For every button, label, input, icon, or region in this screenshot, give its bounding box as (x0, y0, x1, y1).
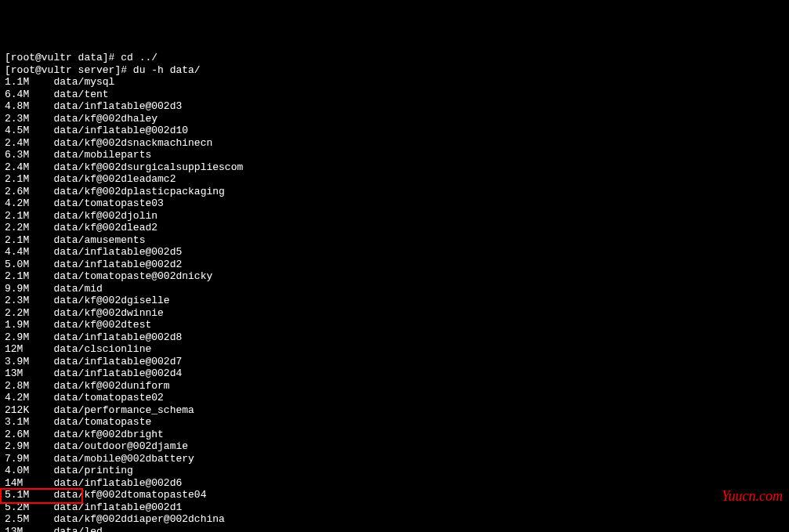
du-output-line: 2.1M data/tomatopaste@002dnicky (5, 270, 784, 283)
du-output-line: 2.2M data/kf@002dwinnie (5, 307, 784, 320)
watermark-text: Yuucn.com (722, 490, 783, 503)
du-output-line: 2.9M data/outdoor@002djamie (5, 440, 784, 453)
du-output-line: 2.9M data/inflatable@002d8 (5, 331, 784, 344)
du-output-line: 2.3M data/kf@002dgiselle (5, 295, 784, 307)
du-output-line: 2.2M data/kf@002dlead2 (5, 222, 784, 234)
du-output-line: 12M data/clscionline (5, 343, 784, 356)
du-output-line: 2.3M data/kf@002dhaley (5, 113, 784, 125)
du-output-line: 2.8M data/kf@002duniform (5, 380, 784, 393)
du-output-line: 4.2M data/tomatopaste02 (5, 392, 784, 404)
du-output-line: 3.9M data/inflatable@002d7 (5, 356, 784, 368)
du-output-line: 2.1M data/amusements (5, 234, 784, 247)
du-output-line: 7.9M data/mobile@002dbattery (5, 453, 784, 465)
du-output-line: 5.1M data/kf@002dtomatopaste04 (5, 489, 784, 501)
du-output-line: 9.9M data/mid (5, 283, 784, 295)
du-output-line: 1.9M data/kf@002dtest (5, 319, 784, 331)
du-output-line: 13M data/led (5, 526, 784, 533)
du-output-line: 5.2M data/inflatable@002d1 (5, 501, 784, 514)
du-output-line: 2.1M data/kf@002dleadamc2 (5, 173, 784, 186)
terminal-output[interactable]: [root@vultr data]# cd ../[root@vultr ser… (5, 52, 784, 532)
du-output-line: 3.1M data/tomatopaste (5, 416, 784, 429)
du-output-line: 14M data/inflatable@002d6 (5, 477, 784, 490)
du-output-line: 2.6M data/kf@002dbright (5, 429, 784, 441)
du-output-line: 4.0M data/printing (5, 465, 784, 477)
du-output-line: 2.4M data/kf@002dsurgicalsuppliescom (5, 161, 784, 174)
du-output-line: 1.1M data/mysql (5, 76, 784, 89)
du-output-line: 5.0M data/inflatable@002d2 (5, 259, 784, 271)
du-output-line: 6.4M data/tent (5, 89, 784, 101)
du-output-line: 2.6M data/kf@002dplasticpackaging (5, 186, 784, 198)
du-output-line: 4.5M data/inflatable@002d10 (5, 125, 784, 137)
du-output-line: 13M data/inflatable@002d4 (5, 367, 784, 380)
du-output-line: 2.1M data/kf@002djolin (5, 210, 784, 223)
du-output-line: 2.5M data/kf@002ddiaper@002dchina (5, 513, 784, 526)
du-output-line: 4.2M data/tomatopaste03 (5, 197, 784, 210)
du-output-line: 4.8M data/inflatable@002d3 (5, 100, 784, 113)
du-output-line: 2.4M data/kf@002dsnackmachinecn (5, 137, 784, 150)
prompt-line: [root@vultr data]# cd ../ (5, 52, 784, 64)
du-output-line: 212K data/performance_schema (5, 404, 784, 417)
du-output-line: 6.3M data/mobileparts (5, 149, 784, 161)
du-output-line: 4.4M data/inflatable@002d5 (5, 246, 784, 259)
prompt-line: [root@vultr server]# du -h data/ (5, 64, 784, 77)
